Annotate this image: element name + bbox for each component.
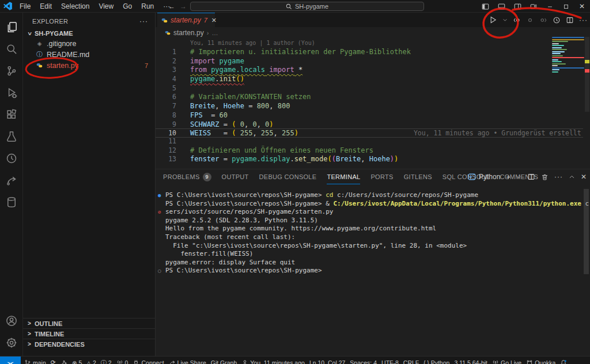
activity-accounts-icon[interactable]: [0, 310, 23, 332]
close-button[interactable]: ✕: [574, 0, 590, 13]
tree-root-sh-pygame[interactable]: > SH-PYGAME: [23, 29, 155, 38]
status-indentation[interactable]: Spaces: 4: [347, 357, 379, 364]
activity-testing-icon[interactable]: [0, 126, 23, 147]
status-live-share[interactable]: Live Share: [167, 357, 209, 364]
minimap-line: [552, 45, 564, 46]
status-live-share-sessions[interactable]: 0: [114, 357, 131, 364]
token: ,: [244, 120, 252, 128]
status-go-live[interactable]: Go Live: [490, 357, 524, 364]
panel-tab-ports[interactable]: PORTS: [370, 169, 393, 184]
status-remote-indicator[interactable]: ><: [0, 357, 21, 364]
status-label: CRLF: [403, 359, 419, 364]
file-starten-py[interactable]: starten.py7: [23, 60, 155, 71]
status-problems-warnings[interactable]: △2: [84, 357, 99, 364]
section-dependencies[interactable]: >DEPENDENCIES: [23, 339, 156, 349]
activity-sql-database-icon[interactable]: [0, 191, 23, 213]
menu-selection[interactable]: Selection: [56, 0, 94, 13]
section-label: DEPENDENCIES: [35, 341, 85, 348]
section-outline[interactable]: >OUTLINE: [23, 318, 156, 328]
panel-tab-output[interactable]: OUTPUT: [222, 169, 249, 184]
panel-more-actions-icon[interactable]: ···: [554, 173, 563, 181]
status-sync[interactable]: ⟳: [48, 357, 58, 364]
kill-terminal-icon[interactable]: [541, 173, 549, 181]
breadcrumb-file[interactable]: starten.py: [173, 29, 204, 37]
status-language-mode[interactable]: { }Python: [421, 357, 452, 364]
toggle-secondary-sidebar-icon[interactable]: [509, 0, 525, 13]
panel-tab-debug-console[interactable]: DEBUG CONSOLE: [259, 169, 317, 184]
maximize-button[interactable]: [558, 0, 574, 13]
breadcrumb-rest[interactable]: …: [211, 29, 218, 36]
panel-tab-label: TERMINAL: [327, 173, 360, 180]
menu-go[interactable]: Go: [118, 0, 137, 13]
terminal-shell-selector[interactable]: Python: [468, 173, 500, 181]
new-terminal-button[interactable]: +: [506, 173, 510, 181]
run-dropdown-icon[interactable]: [502, 17, 508, 22]
editor-scrollbar[interactable]: [585, 37, 589, 112]
activity-extensions-icon[interactable]: [0, 104, 23, 126]
minimize-button[interactable]: [542, 0, 558, 13]
menu-view[interactable]: View: [94, 0, 118, 13]
close-panel-icon[interactable]: ✕: [581, 173, 587, 181]
status-quokka[interactable]: Quokka: [524, 357, 558, 364]
section-timeline[interactable]: >TIMELINE: [23, 328, 156, 339]
terminal-scrollbar[interactable]: [584, 189, 589, 274]
status-encoding[interactable]: UTF-8: [379, 357, 401, 364]
status-label: Spaces: 4: [350, 359, 377, 364]
status-notifications[interactable]: [558, 357, 569, 364]
status-python-interpreter[interactable]: 3.11.5 64-bit: [452, 357, 490, 364]
status-eol[interactable]: CRLF: [401, 357, 421, 364]
status-commit-graph[interactable]: [58, 357, 70, 364]
open-changes-icon[interactable]: [526, 16, 534, 24]
run-python-file-button[interactable]: [489, 16, 497, 24]
activity-live-share-icon[interactable]: [0, 169, 23, 191]
tab-close-icon[interactable]: ✕: [211, 17, 217, 24]
split-terminal-icon[interactable]: [527, 173, 535, 181]
activity-gitlens-icon[interactable]: [0, 147, 23, 169]
status-branch[interactable]: main: [22, 357, 48, 364]
activity-run-and-debug-icon[interactable]: [0, 82, 23, 104]
breadcrumb[interactable]: starten.py › …: [156, 27, 590, 38]
terminal-dropdown-icon[interactable]: [516, 175, 521, 180]
activity-source-control-icon[interactable]: [0, 60, 23, 82]
activity-search-icon[interactable]: [0, 38, 23, 60]
terminal-token: c:/Users/ivost/source/repos/SH-pygame: [333, 191, 478, 199]
line-number: 10: [156, 129, 176, 137]
previous-change-icon[interactable]: [513, 16, 521, 24]
toggle-sidebar-icon[interactable]: [477, 0, 493, 13]
editor-more-actions-icon[interactable]: ···: [579, 16, 588, 24]
customize-layout-icon[interactable]: [525, 0, 542, 13]
forward-arrow-icon[interactable]: →: [180, 2, 187, 10]
menu-run[interactable]: Run: [137, 0, 158, 13]
maximize-panel-icon[interactable]: [569, 174, 575, 180]
status-git-graph[interactable]: Git Graph: [209, 357, 240, 364]
activity-settings-icon[interactable]: [0, 332, 23, 354]
tab-starten-py[interactable]: starten.py 7 ✕: [157, 13, 215, 27]
status-sql-connect[interactable]: Connect: [130, 357, 166, 364]
terminal[interactable]: ●PS C:\Users\ivost\source\repos\SH-pygam…: [156, 184, 590, 356]
menu-file[interactable]: File: [15, 0, 35, 13]
toggle-panel-icon[interactable]: [493, 0, 509, 13]
status-gitlens-blame[interactable]: You, 11 minutes ago: [239, 357, 307, 364]
file-README-md[interactable]: ⓘREADME.md: [23, 49, 155, 60]
file-history-icon[interactable]: [553, 16, 561, 24]
status-problems-errors[interactable]: ⊗5: [70, 357, 84, 364]
status-cursor-position[interactable]: Ln 10, Col 27: [307, 357, 347, 364]
code-editor[interactable]: You, 11 minutes ago | 1 author (You) 1# …: [156, 38, 590, 169]
explorer-more-actions-icon[interactable]: ···: [139, 17, 148, 25]
quokka-icon: [526, 359, 533, 364]
minimap[interactable]: [552, 37, 584, 75]
panel-tab-problems[interactable]: PROBLEMS9: [163, 169, 211, 184]
status-problems-infos[interactable]: ⓘ2: [99, 357, 114, 364]
next-change-icon[interactable]: [539, 16, 547, 24]
panel-tab-gitlens[interactable]: GITLENS: [404, 169, 432, 184]
activity-explorer-icon[interactable]: [0, 16, 23, 38]
file--gitignore[interactable]: ◈.gitignore: [23, 38, 155, 49]
menu-edit[interactable]: Edit: [35, 0, 56, 13]
split-editor-icon[interactable]: [566, 16, 574, 24]
panel-tab-label: GITLENS: [404, 173, 432, 180]
minimap-line: [552, 51, 565, 52]
back-arrow-icon[interactable]: ←: [168, 2, 175, 10]
chevron-collapsed-icon: >: [27, 331, 32, 337]
command-center-search[interactable]: SH-pygame: [190, 2, 424, 11]
panel-tab-terminal[interactable]: TERMINAL: [327, 169, 360, 184]
